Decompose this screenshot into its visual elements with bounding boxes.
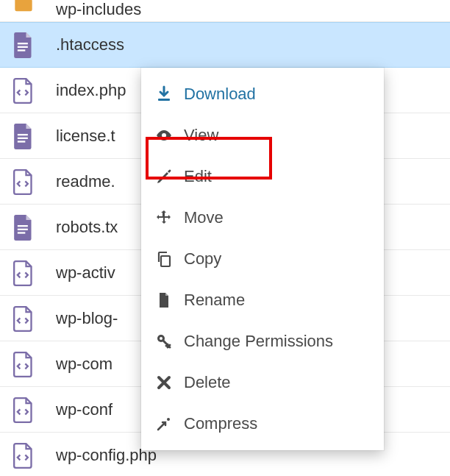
menu-label: Compress: [184, 414, 257, 433]
menu-label: Edit: [184, 167, 212, 186]
file-name: robots.tx: [56, 218, 118, 237]
file-name: wp-conf: [56, 400, 113, 419]
menu-label: Change Permissions: [184, 332, 333, 351]
key-icon: [154, 332, 174, 351]
code-file-icon: [13, 78, 34, 103]
file-name: index.php: [56, 81, 126, 100]
eye-icon: [154, 126, 174, 145]
code-file-icon: [13, 352, 34, 377]
svg-rect-3: [18, 134, 28, 135]
svg-rect-7: [18, 228, 28, 230]
svg-rect-5: [18, 141, 26, 142]
menu-move[interactable]: Move: [141, 197, 384, 238]
document-icon: [13, 215, 34, 240]
file-row[interactable]: wp-includes: [0, 0, 450, 22]
menu-permissions[interactable]: Change Permissions: [141, 321, 384, 362]
context-menu: Download View Edit Move Copy Rename: [141, 68, 384, 450]
menu-label: Download: [184, 85, 256, 104]
code-file-icon: [13, 397, 34, 422]
svg-rect-11: [161, 256, 170, 266]
menu-edit[interactable]: Edit: [141, 156, 384, 197]
file-name: wp-includes: [56, 0, 141, 19]
file-name: wp-blog-: [56, 309, 118, 328]
document-icon: [13, 124, 34, 149]
move-icon: [154, 208, 174, 227]
menu-label: View: [184, 126, 218, 145]
svg-rect-1: [18, 46, 28, 48]
pencil-icon: [154, 167, 174, 186]
file-name: license.t: [56, 127, 115, 146]
svg-rect-6: [18, 225, 28, 227]
code-file-icon: [13, 306, 34, 331]
compress-icon: [154, 414, 174, 433]
svg-rect-4: [18, 137, 28, 138]
svg-rect-9: [158, 99, 170, 101]
file-name: .htaccess: [56, 35, 124, 54]
file-row-selected[interactable]: .htaccess: [0, 22, 450, 68]
document-icon: [13, 32, 34, 57]
menu-rename[interactable]: Rename: [141, 280, 384, 321]
delete-icon: [154, 373, 174, 392]
svg-rect-0: [18, 43, 28, 44]
menu-copy[interactable]: Copy: [141, 238, 384, 280]
svg-point-13: [160, 337, 162, 340]
menu-delete[interactable]: Delete: [141, 362, 384, 403]
file-icon: [154, 291, 174, 310]
copy-icon: [154, 249, 174, 269]
menu-download[interactable]: Download: [141, 74, 384, 115]
menu-view[interactable]: View: [141, 115, 384, 156]
menu-label: Copy: [184, 249, 221, 269]
folder-icon: [13, 0, 34, 19]
code-file-icon: [13, 169, 34, 194]
svg-rect-2: [18, 49, 26, 51]
svg-point-10: [162, 133, 166, 138]
file-name: wp-com: [56, 355, 113, 374]
menu-label: Delete: [184, 373, 231, 392]
file-name: wp-activ: [56, 263, 115, 283]
menu-label: Move: [184, 208, 224, 227]
code-file-icon: [13, 260, 34, 285]
menu-label: Rename: [184, 291, 245, 310]
menu-compress[interactable]: Compress: [141, 403, 384, 444]
download-icon: [154, 85, 174, 104]
svg-rect-8: [18, 232, 26, 233]
svg-point-14: [167, 418, 170, 421]
file-name: readme.: [56, 172, 115, 191]
code-file-icon: [13, 443, 34, 468]
